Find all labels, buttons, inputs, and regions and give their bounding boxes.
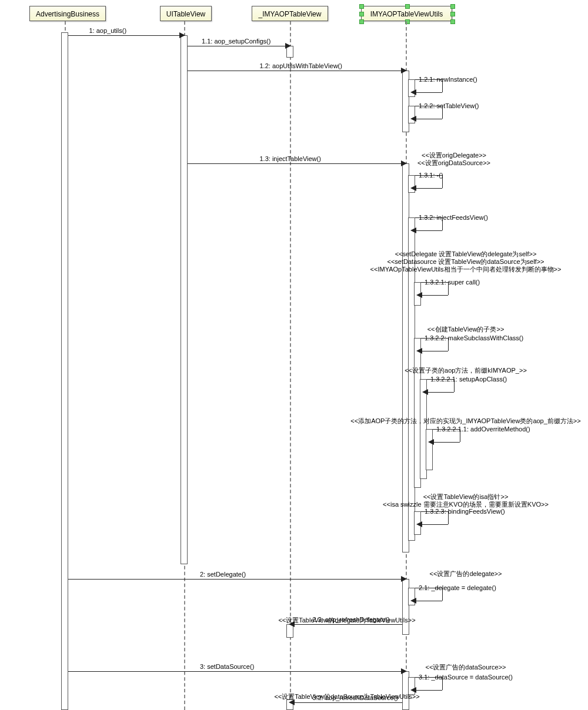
self-call-bottom xyxy=(421,351,448,351)
self-call-bottom xyxy=(415,119,442,119)
message-label: 1.2: aopUtilsWithTableView() xyxy=(260,62,342,69)
guard-note: <<设置广告的dataSource>> xyxy=(348,663,583,672)
guard-note: <<IMYAOpTableViewUtils相当于一个中间者处理转发判断的事物>… xyxy=(348,265,583,274)
guard-note: <<设置TableView的delegate为TableViewUtils>> xyxy=(229,616,465,625)
selection-handle[interactable] xyxy=(450,4,455,9)
self-call-label: 1.3.2.2.1: setupAopClass() xyxy=(430,376,507,383)
selection-handle[interactable] xyxy=(450,12,455,16)
self-call-bottom xyxy=(427,392,454,393)
guard-note: <<设置TableView的dataSource为TableViewUtils>… xyxy=(229,692,465,701)
message-label: 3: setDataSource() xyxy=(200,663,254,670)
self-call-bottom xyxy=(421,524,448,525)
guard-note: <<设置广告的delegate>> xyxy=(348,570,583,578)
message-line xyxy=(293,702,402,703)
self-call-bottom xyxy=(415,601,442,601)
guard-note: <<设置子类的aop方法，前缀kIMYAOP_>> xyxy=(348,366,583,375)
selection-handle[interactable] xyxy=(359,19,364,24)
self-call-bottom xyxy=(421,295,448,296)
selection-handle[interactable] xyxy=(359,4,364,9)
message-label: 1.1: aop_setupConfigs() xyxy=(202,38,270,45)
message-line xyxy=(68,35,181,36)
arrow-right-icon xyxy=(179,32,185,38)
selection-handle[interactable] xyxy=(359,12,364,16)
activation-bar xyxy=(61,32,68,710)
self-call-label: 1.3.2.1: super call() xyxy=(425,279,480,286)
self-call-bottom xyxy=(415,690,442,691)
message-label: 1.3: injectTableView() xyxy=(260,155,321,162)
self-call-label: 1.2.1: newInstance() xyxy=(419,76,477,83)
arrow-left-icon xyxy=(416,521,422,527)
sequence-diagram: AdvertisingBusinessUITableView_IMYAOPTab… xyxy=(0,0,588,710)
self-call-bottom xyxy=(415,188,442,189)
selection-handle[interactable] xyxy=(450,19,455,24)
self-call-label: 1.3.2: injectFeedsView() xyxy=(419,214,488,221)
guard-note: <<设置origDataSource>> xyxy=(336,159,572,168)
self-call-bottom xyxy=(433,442,460,443)
guard-note: <<isa swizzle 需要注意KVO的场景，需要重新设置KVO>> xyxy=(348,500,583,509)
lifeline-head-tv[interactable]: UITableView xyxy=(160,6,212,21)
activation-bar xyxy=(181,35,188,564)
message-label: 2: setDelegate() xyxy=(200,571,246,578)
self-call-label: 1.3.1: -() xyxy=(419,172,443,179)
self-call-label: 3.1: _dataSource = dataSource() xyxy=(419,674,513,681)
arrow-left-icon xyxy=(410,116,416,122)
self-call-bottom xyxy=(415,230,442,231)
self-call-label: 1.3.2.2: makeSubclassWithClass() xyxy=(425,334,523,341)
lifeline-head-ad[interactable]: AdvertisingBusiness xyxy=(29,6,106,21)
message-line xyxy=(188,71,402,71)
self-call-bottom xyxy=(415,92,442,93)
message-line xyxy=(68,579,402,580)
arrow-left-icon xyxy=(416,348,422,354)
guard-note: <<添加AOP子类的方法，对应的实现为_IMYAOPTableView类的aop… xyxy=(348,417,583,426)
activation-bar xyxy=(426,429,433,470)
arrow-right-icon xyxy=(285,43,291,49)
selection-handle[interactable] xyxy=(405,4,410,9)
arrow-left-icon xyxy=(422,389,428,395)
message-label: 1: aop_utils() xyxy=(89,27,127,34)
message-line xyxy=(188,46,286,46)
arrow-right-icon xyxy=(401,68,407,73)
self-call-label: 2.1: _delegate = delegate() xyxy=(419,584,496,591)
arrow-left-icon xyxy=(416,292,422,298)
self-call-label: 1.2.2: setTableView() xyxy=(419,102,479,109)
guard-note: <<创建TableView的子类>> xyxy=(348,325,583,334)
lifeline-line-aopv xyxy=(290,21,291,710)
arrow-left-icon xyxy=(428,439,434,445)
self-call-label: 1.3.2.2.1.1: addOverriteMethod() xyxy=(436,426,530,433)
arrow-left-icon xyxy=(410,89,416,95)
lifeline-head-aopv[interactable]: _IMYAOPTableView xyxy=(252,6,328,21)
arrow-left-icon xyxy=(410,598,416,604)
arrow-left-icon xyxy=(410,185,416,191)
arrow-left-icon xyxy=(410,227,416,233)
